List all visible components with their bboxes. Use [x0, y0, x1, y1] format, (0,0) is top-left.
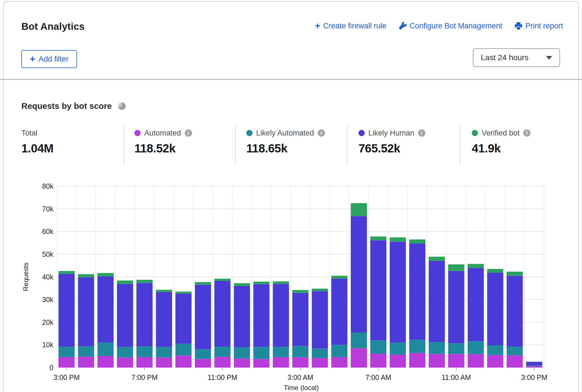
svg-text:7:00 PM: 7:00 PM	[131, 373, 157, 381]
bot-analytics-page: Bot Analytics + Create firewall rule Con…	[0, 0, 582, 392]
svg-text:10k: 10k	[42, 341, 54, 349]
section-heading: Requests by bot score	[21, 101, 126, 111]
plus-icon: +	[30, 54, 35, 64]
stat-likely-human-value: 765.52k	[358, 142, 425, 155]
stat-total: Total 1.04M	[21, 128, 53, 155]
stat-likely-automated-label: Likely Automated	[256, 129, 314, 138]
stat-divider	[347, 126, 348, 165]
header-divider	[0, 79, 582, 80]
svg-text:20k: 20k	[42, 318, 54, 326]
stat-verified-bot-value: 41.9k	[472, 142, 531, 155]
stat-likely-human: Likely Human i 765.52k	[358, 128, 425, 155]
stat-likely-automated: Likely Automated i 118.65k	[246, 128, 325, 155]
stat-divider	[235, 126, 236, 165]
svg-text:11:00 PM: 11:00 PM	[208, 373, 237, 381]
printer-icon	[515, 22, 522, 30]
requests-by-bot-score-chart[interactable]: 010k20k30k40k50k60k70k80k3:00 PM7:00 PM1…	[0, 169, 582, 392]
stat-likely-human-label: Likely Human	[368, 129, 414, 138]
stat-likely-automated-value: 118.65k	[246, 142, 325, 155]
svg-text:3:00 PM: 3:00 PM	[521, 373, 547, 381]
info-icon[interactable]: i	[318, 129, 325, 137]
time-range-select[interactable]: Last 24 hours	[473, 48, 560, 67]
header-actions: + Create firewall rule Configure Bot Man…	[315, 21, 563, 30]
wrench-icon	[399, 22, 407, 30]
page-title: Bot Analytics	[21, 21, 85, 32]
pie-chart-icon	[118, 102, 126, 110]
stat-automated: Automated i 118.52k	[134, 128, 192, 155]
svg-text:30k: 30k	[42, 296, 54, 303]
svg-text:70k: 70k	[42, 205, 54, 213]
add-filter-label: Add filter	[39, 55, 69, 64]
automated-legend-dot	[134, 130, 141, 136]
svg-text:3:00 PM: 3:00 PM	[53, 373, 80, 381]
stat-verified-bot: Verified bot i 41.9k	[472, 128, 531, 155]
svg-text:80k: 80k	[42, 182, 54, 190]
chevron-down-icon	[546, 56, 552, 60]
stat-total-value: 1.04M	[21, 142, 53, 155]
create-firewall-rule-link[interactable]: + Create firewall rule	[315, 21, 386, 30]
svg-text:60k: 60k	[42, 227, 54, 235]
likely-automated-legend-dot	[246, 130, 252, 136]
svg-text:11:00 AM: 11:00 AM	[442, 373, 471, 381]
stat-automated-value: 118.52k	[134, 142, 192, 155]
likely-human-legend-dot	[358, 130, 365, 136]
svg-text:40k: 40k	[42, 273, 54, 281]
svg-text:3:00 AM: 3:00 AM	[287, 373, 313, 381]
stat-automated-label: Automated	[144, 129, 181, 138]
plus-icon: +	[315, 21, 320, 30]
section-title: Requests by bot score	[21, 101, 112, 111]
configure-bot-management-label: Configure Bot Management	[409, 22, 502, 30]
stat-divider	[124, 126, 124, 165]
stat-verified-bot-label: Verified bot	[482, 129, 520, 138]
create-firewall-rule-label: Create firewall rule	[323, 22, 386, 30]
add-filter-button[interactable]: + Add filter	[21, 50, 77, 68]
info-icon[interactable]: i	[418, 129, 425, 137]
svg-text:7:00 AM: 7:00 AM	[366, 373, 391, 381]
print-report-label: Print report	[525, 22, 563, 30]
info-icon[interactable]: i	[185, 129, 192, 137]
print-report-link[interactable]: Print report	[515, 22, 563, 30]
stat-divider	[460, 126, 460, 165]
stat-total-label: Total	[21, 129, 37, 138]
stacked-bar-chart[interactable]: 010k20k30k40k50k60k70k80k3:00 PM7:00 PM1…	[0, 169, 582, 392]
svg-text:50k: 50k	[42, 250, 54, 258]
info-icon[interactable]: i	[523, 129, 531, 137]
svg-text:0: 0	[49, 364, 53, 371]
configure-bot-management-link[interactable]: Configure Bot Management	[399, 22, 502, 30]
svg-text:Time (local): Time (local)	[284, 384, 319, 391]
verified-bot-legend-dot	[472, 130, 478, 136]
svg-text:Requests: Requests	[22, 263, 30, 291]
time-range-value: Last 24 hours	[481, 53, 529, 62]
